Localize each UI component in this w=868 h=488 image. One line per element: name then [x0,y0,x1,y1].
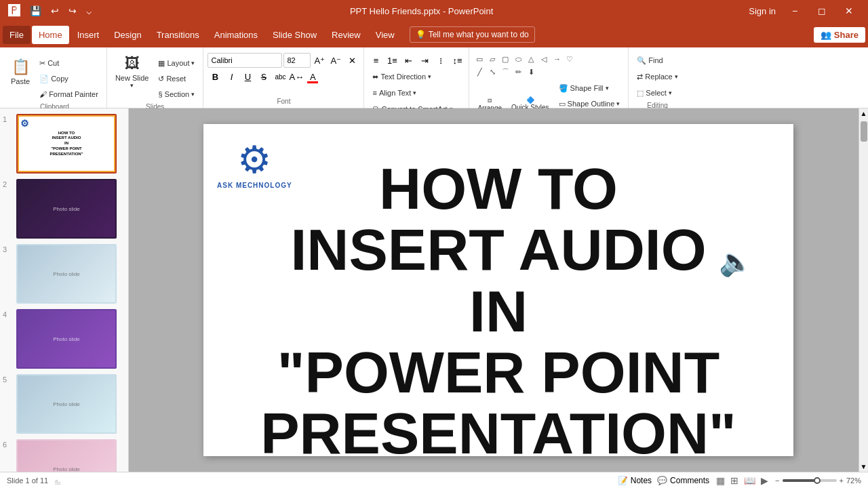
menu-home[interactable]: Home [32,26,69,44]
align-text-button[interactable]: ≡ Align Text ▾ [368,85,420,100]
copy-button[interactable]: 📄 Copy [35,71,102,86]
decrease-indent-button[interactable]: ⇤ [401,53,416,68]
sign-in-link[interactable]: Sign in [749,6,776,16]
close-button[interactable]: ✕ [835,0,863,22]
scroll-up-button[interactable]: ▲ [859,108,868,119]
numbering-button[interactable]: 1≡ [384,53,399,68]
new-slide-dropdown[interactable]: ▾ [130,82,134,89]
font-size-increase-button[interactable]: A⁺ [312,53,327,68]
slide-thumb-6[interactable]: Photo slide [16,439,117,472]
increase-indent-button[interactable]: ⇥ [417,53,432,68]
menu-view[interactable]: View [369,26,401,44]
slide-item-4[interactable]: 4 Photo slide [3,309,125,369]
vertical-scrollbar[interactable]: ▲ ▼ [859,108,868,472]
slide-panel[interactable]: 1 ⚙ HOW TOINSERT AUDIOIN"POWER POINTPRES… [0,108,129,472]
shape-rtri-button[interactable]: ◁ [538,53,550,65]
shape-rect-button[interactable]: ▭ [473,53,486,65]
menu-design[interactable]: Design [107,26,148,44]
strikethrough-button[interactable]: S̶ [256,69,271,84]
tell-me-input[interactable]: 💡 Tell me what you want to do [410,26,535,43]
zoom-plus-button[interactable]: + [840,476,844,485]
shape-fill-button[interactable]: 🪣 Shape Fill ▾ [555,81,625,96]
find-button[interactable]: 🔍 Find [633,53,682,68]
bold-button[interactable]: B [208,69,222,84]
share-button[interactable]: 👥 Share [814,27,865,43]
paste-button[interactable]: 📋 Paste [7,53,34,91]
status-bar: Slide 1 of 11 ⎁ 📝 Notes 💬 Comments ▦ ⊞ 📖… [0,472,868,488]
slide-thumb-2[interactable]: Photo slide [16,179,117,239]
menu-file[interactable]: File [3,26,31,44]
shape-line-button[interactable]: ╱ [473,66,486,78]
format-painter-button[interactable]: 🖌 Format Painter [35,87,102,102]
undo-button[interactable]: ↩ [48,4,62,18]
shape-rect2-button[interactable]: ▱ [486,53,498,65]
shape-lines-button[interactable]: ⤡ [486,66,498,78]
slide-item-2[interactable]: 2 Photo slide [3,179,125,239]
shape-curve-button[interactable]: ⌒ [499,66,511,78]
normal-view-button[interactable]: ▦ [715,474,726,487]
replace-button[interactable]: ⇄ Replace ▾ [633,69,682,84]
shape-tri-button[interactable]: △ [525,53,537,65]
columns-button[interactable]: ⫶ [433,53,448,68]
layout-button[interactable]: ▦ Layout ▾ [154,56,199,70]
bullets-button[interactable]: ≡ [368,53,383,68]
reading-view-button[interactable]: 📖 [743,474,757,487]
quick-styles-icon: 🔷 [526,96,534,104]
new-slide-button[interactable]: 🖼 New Slide ▾ [111,53,153,91]
text-direction-icon: ⬌ [372,73,378,81]
shape-oval-button[interactable]: ⬭ [512,53,524,65]
shape-heart-button[interactable]: ♡ [564,53,576,65]
slide-item-1[interactable]: 1 ⚙ HOW TOINSERT AUDIOIN"POWER POINTPRES… [3,114,125,174]
accessibility-icon[interactable]: ⎁ [55,475,60,486]
menu-transitions[interactable]: Transitions [150,26,206,44]
slide-thumb-1[interactable]: ⚙ HOW TOINSERT AUDIOIN"POWER POINTPRESEN… [16,114,117,174]
char-spacing-button[interactable]: A↔ [289,69,304,84]
slide-item-3[interactable]: 3 Photo slide [3,244,125,304]
shape-arrow-button[interactable]: → [551,53,563,65]
slideshow-view-button[interactable]: ▶ [760,474,770,487]
slide-canvas: ⚙ ASK MECHNOLOGY 🔈 HOW TO INSERT AUDIO I… [203,124,793,456]
scroll-down-button[interactable]: ▼ [859,462,868,472]
clear-formatting-button[interactable]: ✕ [344,53,359,68]
window-controls: − ◻ ✕ [781,0,863,22]
font-size-decrease-button[interactable]: A⁻ [328,53,343,68]
slide-thumb-5[interactable]: Photo slide [16,374,117,434]
section-button[interactable]: § Section ▾ [154,87,199,102]
canvas-area[interactable]: ▲ ▼ ⚙ ASK MECHNOLOGY 🔈 HOW TO INSERT AUD… [129,108,868,472]
minimize-button[interactable]: − [781,0,808,22]
menu-review[interactable]: Review [325,26,368,44]
shapes-more-button[interactable]: ⬇ [525,66,537,78]
restore-button[interactable]: ◻ [808,0,835,22]
slide-item-5[interactable]: 5 Photo slide [3,374,125,434]
redo-button[interactable]: ↪ [66,4,79,18]
shape-rounded-button[interactable]: ▢ [499,53,511,65]
slide-count-label: Slide 1 of 11 [7,476,48,485]
scrollbar-thumb[interactable] [861,121,867,142]
shadow-button[interactable]: abc [273,69,288,84]
save-button[interactable]: 💾 [27,4,44,18]
font-color-button[interactable]: A [305,69,320,84]
reset-button[interactable]: ↺ Reset [154,71,199,86]
zoom-slider[interactable] [783,479,837,482]
underline-button[interactable]: U [240,69,255,84]
slide-thumb-4[interactable]: Photo slide [16,309,117,369]
select-button[interactable]: ⬚ Select ▾ [633,85,682,100]
slide-thumb-3[interactable]: Photo slide [16,244,117,304]
notes-button[interactable]: 📝 Notes [618,476,652,485]
menu-insert[interactable]: Insert [71,26,106,44]
menu-slideshow[interactable]: Slide Show [266,26,323,44]
font-name-input[interactable] [208,53,282,68]
cut-button[interactable]: ✂ Cut [35,56,102,70]
line-spacing-button[interactable]: ↕≡ [450,53,465,68]
italic-button[interactable]: I [224,69,239,84]
comments-button[interactable]: 💬 Comments [657,476,709,485]
menu-animations[interactable]: Animations [208,26,264,44]
font-size-input[interactable] [283,53,311,68]
text-direction-button[interactable]: ⬌ Text Direction ▾ [368,69,435,84]
slide-item-6[interactable]: 6 Photo slide [3,439,125,472]
slide-sorter-button[interactable]: ⊞ [729,474,740,487]
shape-freeform-button[interactable]: ✏ [512,66,524,78]
zoom-minus-button[interactable]: − [775,476,779,485]
customize-qat-button[interactable]: ⌵ [83,4,94,18]
reset-icon: ↺ [158,75,164,83]
